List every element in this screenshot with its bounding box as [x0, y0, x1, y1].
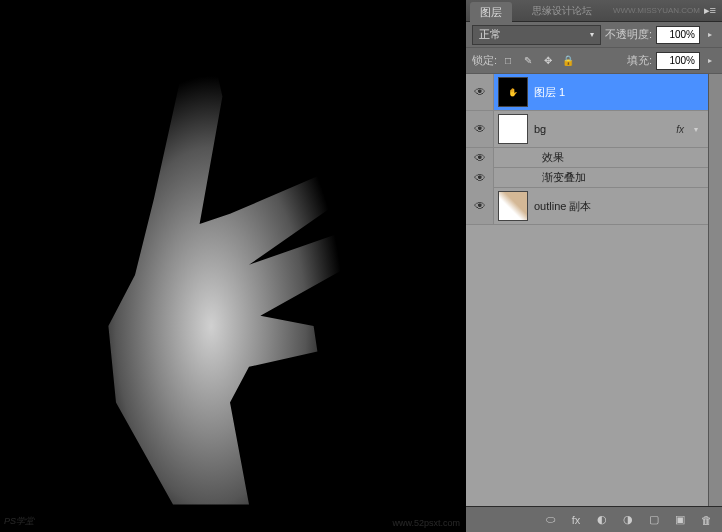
fill-dropdown-icon[interactable]: ▸ — [704, 56, 716, 65]
lock-position-icon[interactable]: ✥ — [541, 54, 555, 68]
watermark-right: www.52psxt.com — [392, 518, 460, 528]
visibility-toggle[interactable]: 👁 — [466, 111, 494, 147]
panel-menu-icon[interactable]: ▸≡ — [700, 4, 716, 17]
eye-icon: 👁 — [474, 199, 486, 213]
eye-icon: 👁 — [474, 85, 486, 99]
layers-list: 👁 ✋ 图层 1 👁 bg fx ▾ — [466, 74, 708, 506]
chevron-down-icon[interactable]: ▾ — [694, 125, 704, 134]
eye-icon: 👁 — [474, 171, 486, 185]
layer-row[interactable]: 👁 ✋ 图层 1 — [466, 74, 708, 111]
watermark-left: PS学堂 — [4, 515, 34, 528]
fill-input[interactable]: 100% — [656, 52, 700, 70]
blend-mode-row: 正常 ▾ 不透明度: 100% ▸ — [466, 22, 722, 48]
fx-badge[interactable]: fx — [676, 124, 688, 135]
panel-header: 图层 思缘设计论坛 WWW.MISSYUAN.COM ▸≡ — [466, 0, 722, 22]
layers-tab[interactable]: 图层 — [470, 2, 512, 23]
visibility-toggle[interactable]: 👁 — [466, 188, 494, 224]
eye-icon: 👁 — [474, 122, 486, 136]
header-url: WWW.MISSYUAN.COM — [613, 6, 700, 15]
mask-icon[interactable]: ◐ — [594, 512, 610, 528]
effects-header-row[interactable]: 👁 效果 — [466, 148, 708, 168]
new-layer-icon[interactable]: ▣ — [672, 512, 688, 528]
layer-name[interactable]: outline 副本 — [534, 199, 704, 214]
opacity-label: 不透明度: — [605, 27, 652, 42]
canvas-image-hand — [40, 20, 420, 530]
lock-transparency-icon[interactable]: □ — [501, 54, 515, 68]
layer-thumbnail[interactable] — [498, 191, 528, 221]
effect-name: 渐变叠加 — [542, 170, 586, 185]
layer-row[interactable]: 👁 bg fx ▾ — [466, 111, 708, 148]
visibility-toggle[interactable]: 👁 — [466, 168, 494, 188]
panel-bottom-bar: ⬭ fx ◐ ◑ ▢ ▣ 🗑 — [466, 506, 722, 532]
layer-row[interactable]: 👁 outline 副本 — [466, 188, 708, 225]
group-icon[interactable]: ▢ — [646, 512, 662, 528]
visibility-toggle[interactable]: 👁 — [466, 74, 494, 110]
fill-label: 填充: — [627, 53, 652, 68]
trash-icon[interactable]: 🗑 — [698, 512, 714, 528]
effect-item-row[interactable]: 👁 渐变叠加 — [466, 168, 708, 188]
header-title: 思缘设计论坛 — [512, 4, 613, 18]
canvas-area[interactable] — [0, 0, 466, 532]
scrollbar[interactable] — [708, 74, 722, 506]
lock-label: 锁定: — [472, 53, 497, 68]
chevron-down-icon: ▾ — [590, 30, 594, 39]
fx-icon[interactable]: fx — [568, 512, 584, 528]
layer-name[interactable]: 图层 1 — [534, 85, 704, 100]
effects-label: 效果 — [542, 150, 564, 165]
lock-all-icon[interactable]: 🔒 — [561, 54, 575, 68]
blend-mode-select[interactable]: 正常 ▾ — [472, 25, 601, 45]
lock-image-icon[interactable]: ✎ — [521, 54, 535, 68]
lock-row: 锁定: □ ✎ ✥ 🔒 填充: 100% ▸ — [466, 48, 722, 74]
layers-panel: 图层 思缘设计论坛 WWW.MISSYUAN.COM ▸≡ 正常 ▾ 不透明度:… — [466, 0, 722, 532]
layer-thumbnail[interactable] — [498, 114, 528, 144]
eye-icon: 👁 — [474, 151, 486, 165]
layer-name[interactable]: bg — [534, 123, 670, 135]
opacity-dropdown-icon[interactable]: ▸ — [704, 30, 716, 39]
adjustment-icon[interactable]: ◑ — [620, 512, 636, 528]
blend-mode-value: 正常 — [479, 27, 501, 42]
opacity-input[interactable]: 100% — [656, 26, 700, 44]
visibility-toggle[interactable]: 👁 — [466, 148, 494, 168]
layer-thumbnail[interactable]: ✋ — [498, 77, 528, 107]
link-layers-icon[interactable]: ⬭ — [542, 512, 558, 528]
